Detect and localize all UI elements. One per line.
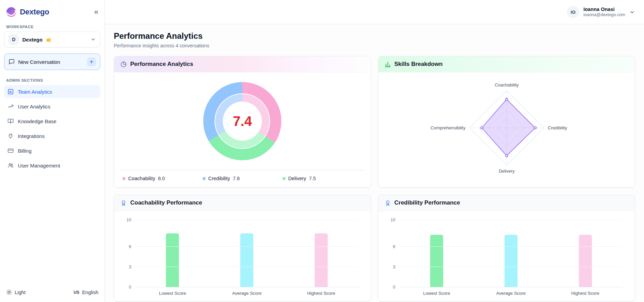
new-conversation-button[interactable]: New Conversation xyxy=(4,54,100,70)
y-tick-label: 3 xyxy=(129,265,131,269)
skills-breakdown-card: Skills Breakdown CoachabilityCredibility… xyxy=(378,56,635,188)
workspace-section-label: WORKSPACE xyxy=(4,23,100,32)
card-title: Credibility Performance xyxy=(394,199,460,206)
card-header: Performance Analytics xyxy=(114,56,371,72)
overall-score: 7.4 xyxy=(233,114,252,129)
radar-chart: CoachabilityCredibilityDeliveryComprehen… xyxy=(378,72,635,186)
logo-row: Dextego « xyxy=(4,5,100,23)
sidebar-item-user-management[interactable]: User Management xyxy=(4,159,100,172)
y-tick-label: 0 xyxy=(393,285,396,290)
sidebar-item-integrations[interactable]: Integrations xyxy=(4,129,100,142)
workspace-name: Dextego xyxy=(22,37,42,43)
user-menu[interactable]: IO Ioanna Onasi ioanna@dextego.com xyxy=(567,6,635,18)
sidebar-footer: Light US English xyxy=(4,289,100,295)
plus-icon xyxy=(87,57,96,66)
y-tick-label: 3 xyxy=(393,265,396,269)
credibility-performance-card: Credibility Performance 03610 Lowest Sco… xyxy=(378,195,635,302)
sidebar-collapse-button[interactable]: « xyxy=(94,8,98,16)
chevron-down-icon xyxy=(629,9,635,15)
chevron-down-icon xyxy=(90,37,96,42)
page-title: Performance Analytics xyxy=(114,31,635,41)
crown-icon xyxy=(46,37,52,42)
admin-sections-label: ADMIN SECTIONS xyxy=(4,70,100,85)
chat-icon xyxy=(9,59,15,65)
radar-point xyxy=(505,154,508,157)
gridline xyxy=(400,267,623,267)
language-label: English xyxy=(82,290,98,295)
bar-highest-score xyxy=(315,233,328,287)
y-axis: 03610 xyxy=(384,220,400,287)
sidebar-item-knowledge-base[interactable]: Knowledge Base xyxy=(4,115,100,128)
app-name: Dextego xyxy=(20,8,49,16)
bar-category-label: Average Score xyxy=(474,291,548,296)
card-header: Credibility Performance xyxy=(378,195,635,211)
sidebar-item-billing[interactable]: Billing xyxy=(4,144,100,157)
plug-icon xyxy=(8,133,14,139)
x-axis-labels: Lowest ScoreAverage ScoreHighest Score xyxy=(400,291,623,296)
credibility-bar-chart: 03610 Lowest ScoreAverage ScoreHighest S… xyxy=(378,211,635,301)
legend-label: Delivery xyxy=(288,176,306,181)
legend-value: 7.8 xyxy=(233,176,240,181)
gridline xyxy=(135,287,359,287)
column-chart-icon xyxy=(385,61,391,68)
legend-label: Credibility xyxy=(208,176,230,181)
avatar: IO xyxy=(567,6,579,18)
radar-svg: CoachabilityCredibilityDeliveryComprehen… xyxy=(378,74,635,186)
radar-point xyxy=(505,98,508,101)
radar-point xyxy=(534,127,536,129)
sidebar-item-user-analytics[interactable]: User Analytics xyxy=(4,100,100,113)
bar-category-label: Highest Score xyxy=(548,291,622,296)
bar-category-label: Lowest Score xyxy=(400,291,474,296)
legend-dot xyxy=(122,177,125,180)
performance-analytics-card: Performance Analytics 7.4 Coachability xyxy=(114,56,371,188)
y-tick-label: 6 xyxy=(129,244,131,249)
radar-axis-label: Comprehensibility xyxy=(430,125,465,130)
bar-chart-icon xyxy=(8,89,14,95)
users-icon xyxy=(8,162,14,169)
legend-dot xyxy=(203,177,206,180)
donut-hole: 7.4 xyxy=(223,102,262,141)
gridline xyxy=(135,267,359,267)
gridline xyxy=(135,246,359,247)
bar-category-label: Highest Score xyxy=(284,291,359,296)
gridline xyxy=(400,246,623,247)
main-area: IO Ioanna Onasi ioanna@dextego.com Perfo… xyxy=(105,0,644,302)
bar-lowest-score xyxy=(166,233,179,287)
bar-lowest-score xyxy=(430,235,443,287)
book-open-icon xyxy=(8,118,14,124)
sidebar-item-team-analytics[interactable]: Team Analytics xyxy=(4,85,100,98)
legend-dot xyxy=(282,177,285,180)
user-email: ioanna@dextego.com xyxy=(583,12,625,18)
coachability-performance-card: Coachability Performance 03610 Lowest Sc… xyxy=(114,195,371,302)
plot-area xyxy=(400,220,623,287)
bar-average-score xyxy=(505,235,518,287)
sidebar-item-label: User Analytics xyxy=(18,104,50,109)
card-title: Skills Breakdown xyxy=(394,61,443,68)
y-tick-label: 10 xyxy=(391,218,396,222)
card-title: Performance Analytics xyxy=(130,61,193,68)
legend-item-delivery: Delivery 7.5 xyxy=(282,176,363,181)
y-tick-label: 0 xyxy=(129,285,131,290)
radar-axis-label: Credibility xyxy=(548,125,567,130)
sidebar-item-label: Knowledge Base xyxy=(18,118,57,124)
legend-value: 8.0 xyxy=(158,176,165,181)
gridline xyxy=(135,220,359,220)
bar-category-label: Lowest Score xyxy=(135,291,210,296)
user-name: Ioanna Onasi xyxy=(583,6,625,12)
x-axis-labels: Lowest ScoreAverage ScoreHighest Score xyxy=(135,291,359,296)
theme-toggle-button[interactable]: Light xyxy=(6,289,25,295)
card-header: Coachability Performance xyxy=(114,195,371,211)
workspace-selector[interactable]: D Dextego xyxy=(4,32,100,47)
legend-label: Coachability xyxy=(128,176,155,181)
bar-highest-score xyxy=(579,235,592,287)
language-code: US xyxy=(74,290,80,295)
sidebar-item-label: Integrations xyxy=(18,133,45,139)
card-title: Coachability Performance xyxy=(130,199,202,206)
award-icon xyxy=(385,200,391,206)
gridline xyxy=(400,220,623,220)
award-icon xyxy=(120,200,127,206)
sidebar-nav: Team Analytics User Analytics Knowledge … xyxy=(4,85,100,174)
language-selector[interactable]: US English xyxy=(74,290,98,295)
donut-legend: Coachability 8.0 Credibility 7.8 Deliver… xyxy=(121,170,364,187)
legend-item-coachability: Coachability 8.0 xyxy=(122,176,203,181)
